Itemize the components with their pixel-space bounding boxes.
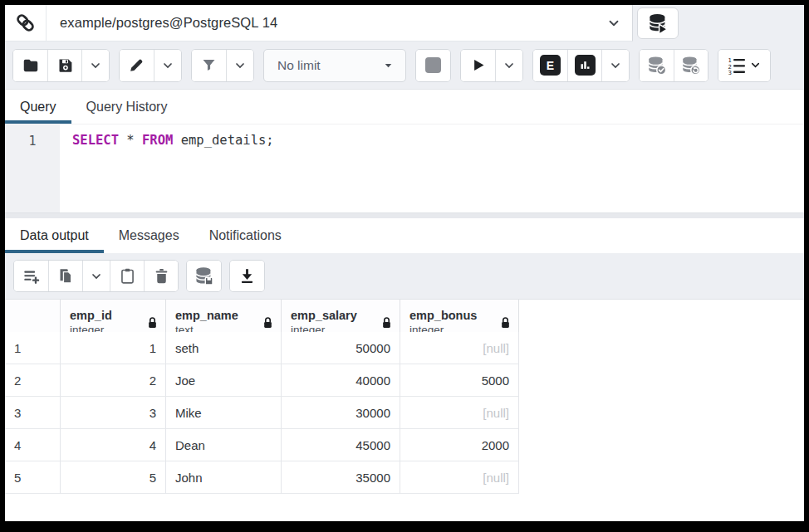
cell-emp-name[interactable]: Dean — [166, 429, 282, 461]
save-data-button-group — [186, 260, 222, 292]
add-row-button[interactable] — [14, 261, 48, 291]
paste-icon — [119, 267, 136, 285]
caret-down-icon — [383, 60, 394, 71]
cell-emp-name[interactable]: Joe — [166, 364, 282, 397]
sql-operator: * — [126, 133, 134, 148]
lock-icon — [262, 316, 273, 329]
explain-button[interactable]: E — [533, 50, 567, 81]
cell-emp-salary[interactable]: 50000 — [282, 332, 400, 364]
cell-emp-salary[interactable]: 45000 — [282, 429, 400, 461]
chevron-down-icon — [749, 59, 762, 71]
explain-options-dropdown[interactable] — [601, 50, 629, 81]
row-edit-button-group — [13, 260, 179, 292]
query-tabstrip: Query Query History — [5, 90, 804, 124]
new-connection-button[interactable] — [637, 7, 679, 39]
download-icon — [238, 267, 256, 285]
chevron-down-icon — [609, 59, 622, 72]
cell-emp-salary[interactable]: 40000 — [282, 364, 400, 397]
panel-splitter[interactable] — [5, 212, 804, 218]
database-check-icon — [646, 55, 668, 76]
cell-emp-name[interactable]: John — [166, 461, 282, 494]
column-name: emp_salary — [291, 308, 357, 323]
stop-button-group — [415, 49, 451, 82]
download-csv-button[interactable] — [230, 261, 264, 291]
save-options-dropdown[interactable] — [81, 50, 109, 81]
row-number-cell[interactable]: 2 — [5, 364, 61, 397]
cell-emp-bonus[interactable]: [null] — [400, 397, 519, 429]
cell-emp-salary[interactable]: 35000 — [282, 461, 400, 494]
delete-row-button[interactable] — [144, 261, 178, 291]
cell-emp-bonus[interactable]: [null] — [400, 332, 519, 364]
cell-emp-bonus[interactable]: 5000 — [400, 364, 519, 397]
numbered-list-icon: 1 2 3 — [727, 56, 747, 76]
edit-button[interactable] — [120, 50, 154, 81]
lock-icon — [500, 316, 511, 329]
commit-button[interactable] — [640, 50, 674, 81]
row-number-cell[interactable]: 4 — [5, 429, 61, 461]
sql-identifier: emp_details; — [181, 133, 274, 148]
save-data-changes-button[interactable] — [187, 261, 221, 291]
tab-query[interactable]: Query — [5, 90, 71, 124]
row-limit-select[interactable]: No limit — [263, 49, 406, 82]
sql-code-area[interactable]: SELECT * FROM emp_details; — [60, 124, 804, 212]
chevron-down-icon — [233, 59, 247, 72]
cell-emp-id[interactable]: 2 — [61, 364, 166, 397]
sql-keyword: FROM — [142, 133, 173, 148]
cell-emp-bonus[interactable]: [null] — [400, 461, 519, 494]
row-number-cell[interactable]: 5 — [5, 461, 61, 494]
cell-emp-id[interactable]: 3 — [61, 397, 166, 429]
connection-label: example/postgres@PostgreSQL 14 — [47, 15, 596, 31]
chevron-down-icon — [596, 16, 632, 31]
open-file-button[interactable] — [13, 50, 47, 81]
tab-messages[interactable]: Messages — [104, 218, 194, 253]
explain-analyze-button[interactable] — [567, 50, 601, 81]
cell-emp-name[interactable]: Mike — [166, 397, 282, 429]
cell-emp-salary[interactable]: 30000 — [282, 397, 400, 429]
cell-emp-name[interactable]: seth — [166, 332, 282, 364]
save-file-button[interactable] — [47, 50, 81, 81]
data-output-toolbar — [5, 253, 804, 300]
stop-button[interactable] — [416, 50, 450, 81]
sql-keyword: SELECT — [72, 133, 119, 148]
cell-emp-bonus[interactable]: 2000 — [400, 429, 519, 461]
row-number-cell[interactable]: 1 — [5, 332, 61, 364]
chevron-down-icon — [503, 59, 516, 72]
execute-button[interactable] — [461, 50, 495, 81]
copy-button[interactable] — [48, 261, 82, 291]
bar-chart-icon — [575, 55, 596, 76]
data-output-grid-area: emp_idinteger emp_nametext emp_salaryint… — [5, 300, 804, 521]
execute-options-dropdown[interactable] — [495, 50, 522, 81]
copy-options-dropdown[interactable] — [82, 261, 110, 291]
row-number-cell[interactable]: 3 — [5, 397, 61, 429]
query-toolbar: No limit E — [5, 41, 804, 90]
download-button-group — [229, 260, 265, 292]
stop-icon — [425, 57, 441, 73]
tab-query-history-label: Query History — [86, 100, 168, 115]
tab-query-label: Query — [20, 100, 56, 115]
filter-options-dropdown[interactable] — [226, 50, 253, 81]
tab-query-history[interactable]: Query History — [71, 90, 183, 124]
cell-emp-id[interactable]: 1 — [61, 332, 166, 364]
save-icon — [56, 56, 74, 74]
filter-button[interactable] — [192, 50, 226, 81]
connection-selector[interactable]: example/postgres@PostgreSQL 14 — [5, 5, 633, 41]
transaction-button-group — [639, 49, 708, 82]
tab-data-output[interactable]: Data output — [5, 218, 104, 253]
connection-bar: example/postgres@PostgreSQL 14 — [5, 5, 804, 41]
edit-options-dropdown[interactable] — [154, 50, 181, 81]
cell-emp-id[interactable]: 5 — [61, 461, 166, 494]
database-undo-icon — [680, 55, 702, 76]
macros-button[interactable]: 1 2 3 — [718, 50, 770, 81]
tab-notifications[interactable]: Notifications — [194, 218, 297, 253]
filter-button-group — [191, 49, 254, 82]
cell-emp-id[interactable]: 4 — [61, 429, 166, 461]
rollback-button[interactable] — [674, 50, 708, 81]
explain-e-icon: E — [540, 55, 561, 76]
copy-icon — [57, 267, 75, 285]
lock-icon — [147, 316, 158, 329]
paste-button[interactable] — [110, 261, 144, 291]
tab-notifications-label: Notifications — [209, 228, 282, 243]
sql-editor: 1 SELECT * FROM emp_details; — [5, 124, 804, 212]
chevron-down-icon — [89, 59, 102, 72]
file-button-group — [12, 49, 110, 82]
